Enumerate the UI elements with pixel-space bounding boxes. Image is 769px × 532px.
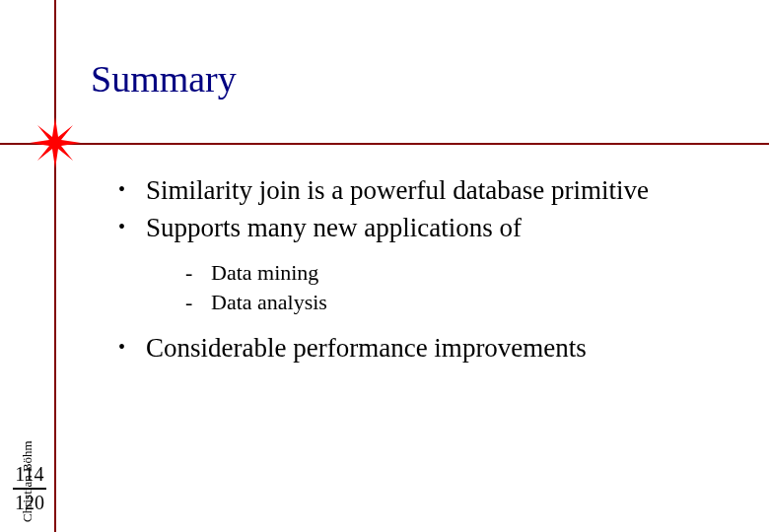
bullet-icon: •: [118, 330, 146, 361]
slide-body: • Similarity join is a powerful database…: [118, 172, 739, 368]
bullet-text: Data mining: [211, 258, 318, 288]
bullet-list: • Similarity join is a powerful database…: [118, 172, 739, 246]
bullet-icon: •: [118, 172, 146, 203]
list-item: • Similarity join is a powerful database…: [118, 172, 739, 208]
bullet-text: Similarity join is a powerful database p…: [146, 172, 649, 208]
star-icon: [55, 143, 56, 144]
list-item: • Supports many new applications of: [118, 210, 739, 245]
list-item: - Data analysis: [185, 288, 739, 317]
page-indicator: 114 120: [10, 463, 49, 514]
page-current: 114: [10, 463, 49, 486]
slide-title: Summary: [91, 57, 237, 100]
horizontal-rule: [0, 143, 769, 145]
page-total: 120: [10, 492, 49, 514]
bullet-text: Supports many new applications of: [146, 210, 522, 245]
bullet-list: • Considerable performance improvements: [118, 330, 739, 366]
list-item: • Considerable performance improvements: [118, 330, 739, 366]
vertical-rule: [54, 0, 56, 532]
bullet-icon: •: [118, 210, 146, 240]
svg-marker-0: [30, 117, 81, 168]
page-separator: [13, 488, 46, 490]
sub-bullet-list: - Data mining - Data analysis: [185, 258, 739, 316]
dash-icon: -: [185, 258, 211, 288]
bullet-text: Considerable performance improvements: [146, 330, 587, 366]
list-item: - Data mining: [185, 258, 739, 288]
dash-icon: -: [185, 288, 211, 317]
slide: Summary • Similarity join is a powerful …: [0, 0, 769, 532]
bullet-text: Data analysis: [211, 288, 327, 317]
